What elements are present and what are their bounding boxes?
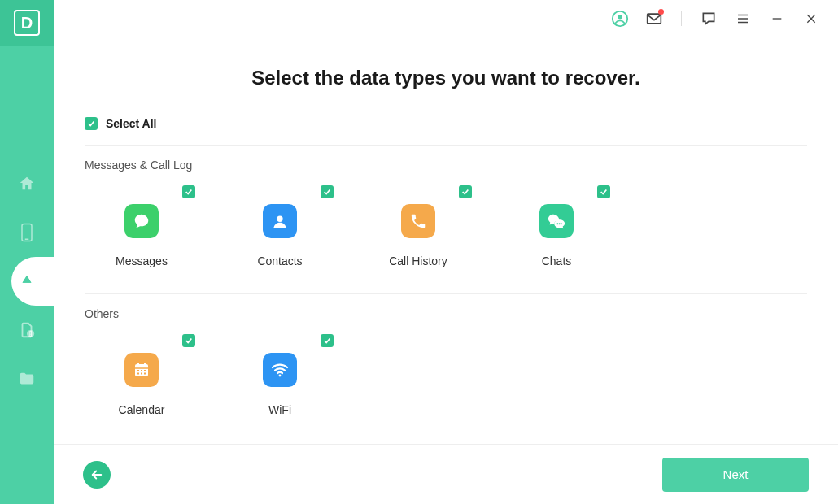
messages-icon	[124, 204, 159, 238]
tile-contacts[interactable]: Contacts	[247, 185, 312, 267]
back-button[interactable]	[83, 461, 111, 489]
svg-point-16	[561, 223, 562, 224]
svg-rect-0	[22, 224, 32, 241]
mail-notification-dot	[658, 9, 664, 15]
folder-icon	[18, 370, 36, 388]
tile-chats[interactable]: Chats	[524, 185, 589, 267]
minimize-button[interactable]	[768, 10, 786, 28]
tile-call-history-checkbox[interactable]	[459, 185, 472, 198]
feedback-button[interactable]	[700, 10, 718, 28]
check-icon	[185, 188, 193, 196]
tile-wifi[interactable]: WiFi	[247, 333, 312, 416]
section-messages-grid: Messages Contacts Call History	[85, 185, 807, 292]
svg-rect-26	[144, 373, 146, 375]
sidebar-item-phone[interactable]	[0, 208, 54, 257]
section-separator	[85, 293, 807, 294]
section-messages-title: Messages & Call Log	[85, 159, 807, 172]
tile-messages-label: Messages	[116, 254, 168, 267]
select-all-checkbox[interactable]	[85, 117, 98, 130]
svg-rect-23	[144, 370, 146, 371]
footer: Next	[54, 444, 838, 504]
select-all-row[interactable]: Select All	[85, 117, 807, 146]
sidebar-item-file-alert[interactable]: !	[0, 306, 54, 354]
section-others-grid: Calendar WiFi	[85, 333, 807, 441]
svg-rect-25	[141, 373, 142, 375]
tile-chats-checkbox[interactable]	[597, 185, 610, 198]
tile-chats-label: Chats	[542, 254, 572, 267]
sidebar: D !	[0, 0, 54, 504]
tile-contacts-checkbox[interactable]	[321, 185, 334, 198]
side-nav: !	[0, 159, 54, 403]
svg-rect-22	[141, 370, 142, 371]
check-icon	[87, 119, 95, 128]
arrow-left-icon	[89, 467, 104, 482]
titlebar-separator	[681, 11, 682, 26]
sidebar-item-home[interactable]	[0, 159, 54, 208]
mail-button[interactable]	[645, 10, 663, 28]
brand-logo: D	[14, 10, 40, 36]
svg-rect-24	[137, 373, 139, 375]
menu-icon	[735, 11, 750, 26]
tile-call-history-label: Call History	[389, 254, 447, 267]
tile-wifi-label: WiFi	[268, 403, 291, 416]
call-history-icon	[401, 204, 435, 238]
tile-calendar[interactable]: Calendar	[109, 333, 174, 416]
check-icon	[185, 337, 193, 345]
app-window: D !	[0, 0, 838, 504]
sidebar-item-folder[interactable]	[0, 354, 54, 403]
home-icon	[18, 175, 36, 193]
svg-point-13	[277, 216, 282, 222]
tile-calendar-label: Calendar	[119, 403, 165, 416]
page-title: Select the data types you want to recove…	[54, 67, 838, 89]
content: Select All Messages & Call Log Messages	[54, 89, 838, 444]
tile-wifi-checkbox[interactable]	[321, 334, 334, 347]
main: Select the data types you want to recove…	[54, 0, 838, 504]
menu-button[interactable]	[734, 10, 752, 28]
section-others-title: Others	[85, 307, 807, 320]
next-button[interactable]: Next	[662, 458, 809, 492]
svg-text:!: !	[30, 331, 32, 337]
calendar-icon	[124, 353, 159, 387]
svg-rect-21	[137, 370, 139, 371]
check-icon	[323, 188, 331, 196]
tile-contacts-label: Contacts	[257, 254, 302, 267]
minimize-icon	[770, 12, 783, 25]
check-icon	[600, 188, 608, 196]
feedback-icon	[701, 11, 717, 27]
select-all-label: Select All	[106, 117, 157, 130]
svg-rect-6	[648, 14, 661, 24]
tile-calendar-checkbox[interactable]	[182, 334, 195, 347]
check-icon	[461, 188, 469, 196]
phone-device-icon	[20, 223, 34, 242]
account-icon	[611, 10, 629, 28]
wifi-icon	[263, 353, 297, 387]
cloud-icon	[18, 274, 36, 289]
svg-point-5	[618, 15, 622, 19]
close-icon	[805, 12, 818, 25]
tile-messages[interactable]: Messages	[109, 185, 174, 267]
check-icon	[323, 337, 331, 345]
svg-point-15	[559, 223, 561, 224]
titlebar	[54, 0, 838, 37]
close-button[interactable]	[802, 10, 820, 28]
tile-call-history[interactable]: Call History	[386, 185, 451, 267]
svg-point-14	[556, 223, 558, 224]
tile-messages-checkbox[interactable]	[182, 185, 195, 198]
file-alert-icon: !	[18, 321, 36, 339]
svg-point-27	[279, 375, 282, 377]
brand: D	[0, 0, 54, 46]
sidebar-item-cloud[interactable]	[11, 257, 54, 306]
contacts-icon	[263, 204, 297, 238]
chats-icon	[539, 204, 574, 238]
account-button[interactable]	[611, 10, 629, 28]
